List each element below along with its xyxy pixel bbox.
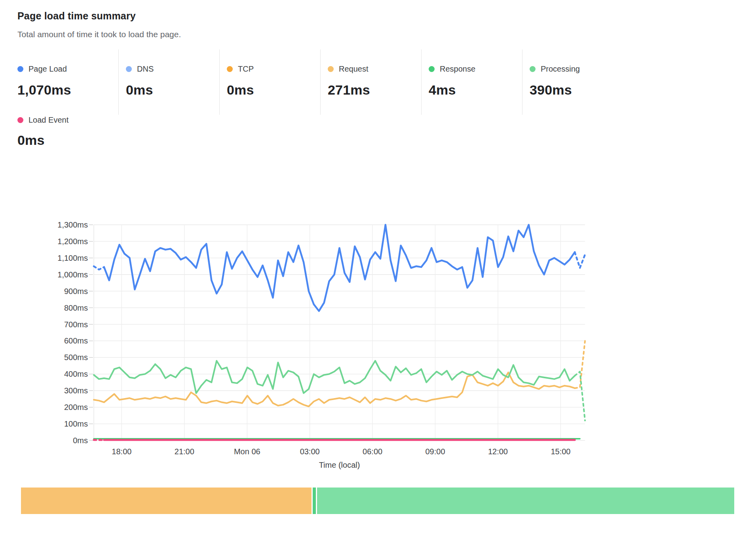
stat-dns: DNS 0ms [118,49,219,115]
y-tick-label: 900ms [64,287,88,296]
stat-label: Response [440,65,475,74]
stat-page-load: Page Load 1,070ms [17,49,118,115]
stat-value: 1,070ms [17,82,118,98]
stat-label: Processing [541,65,580,74]
y-tick-label: 1,000ms [57,270,88,279]
x-tick-label: 18:00 [112,447,131,456]
y-tick-label: 600ms [64,336,88,345]
stat-request: Request 271ms [320,49,421,115]
x-tick-label: 21:00 [175,447,194,456]
y-tick-label: 700ms [64,320,88,329]
x-tick-label: 06:00 [363,447,382,456]
stat-value: 390ms [530,82,623,98]
load-time-chart[interactable]: 0ms100ms200ms300ms400ms500ms600ms700ms80… [0,217,606,478]
dns-dot-icon [126,66,132,72]
stat-value: 4ms [429,82,522,98]
stat-label: DNS [137,65,154,74]
page-load-dot-icon [17,66,23,72]
y-tick-label: 0ms [73,436,88,445]
stats-row: Page Load 1,070ms DNS 0ms TCP 0ms Reques… [17,49,623,115]
stat-processing: Processing 390ms [522,49,623,115]
stat-value: 0ms [17,133,68,148]
stat-label: Load Event [28,116,68,125]
stat-value: 0ms [126,82,219,98]
series-line-page-load-dashed [575,252,585,268]
x-tick-label: 03:00 [300,447,320,456]
chart-header: Page load time summary Total amount of t… [17,10,181,39]
series-line-processing-dashed [575,372,585,421]
y-tick-label: 1,100ms [57,254,88,262]
stat-label: Page Load [28,65,67,74]
stat-tcp: TCP 0ms [219,49,320,115]
stat-response: Response 4ms [421,49,522,115]
page-subtitle: Total amount of time it took to load the… [17,30,181,39]
x-tick-label: 12:00 [488,447,508,456]
series-line-page-load [104,225,575,311]
y-tick-label: 800ms [64,304,88,312]
legend-dns: DNS [126,65,219,74]
legend-processing: Processing [530,65,623,74]
legend-page-load: Page Load [17,65,118,74]
timing-proportion-bar [21,488,735,514]
x-tick-label: 15:00 [551,447,570,456]
stat-value: 0ms [227,82,320,98]
y-tick-label: 200ms [64,403,88,412]
stat-label: Request [339,65,369,74]
x-axis-title: Time (local) [319,461,360,469]
bar-segment-response [313,488,316,514]
stat-label: TCP [238,65,254,74]
page-title: Page load time summary [17,10,181,22]
load-event-dot-icon [17,117,23,123]
y-tick-label: 500ms [64,353,88,362]
y-tick-label: 300ms [64,386,88,395]
legend-response: Response [429,65,522,74]
bar-segment-request [21,488,312,514]
request-dot-icon [328,66,334,72]
y-tick-label: 1,300ms [57,220,88,229]
legend-request: Request [328,65,421,74]
page-load-summary-panel: Page load time summary Total amount of t… [0,0,756,535]
stat-value: 271ms [328,82,421,98]
series-line-page-load-dashed [94,266,104,269]
legend-load-event: Load Event [17,116,68,125]
tcp-dot-icon [227,66,233,72]
y-tick-label: 100ms [64,419,88,428]
processing-dot-icon [530,66,536,72]
x-tick-label: 09:00 [425,447,445,456]
series-line-processing [94,361,575,393]
bar-segment-processing [317,488,734,514]
y-tick-label: 1,200ms [57,237,88,246]
response-dot-icon [429,66,435,72]
stat-load-event: Load Event 0ms [17,116,68,148]
series-line-request-dashed [575,341,585,388]
legend-tcp: TCP [227,65,320,74]
y-tick-label: 400ms [64,370,88,378]
x-tick-label: Mon 06 [234,447,260,456]
